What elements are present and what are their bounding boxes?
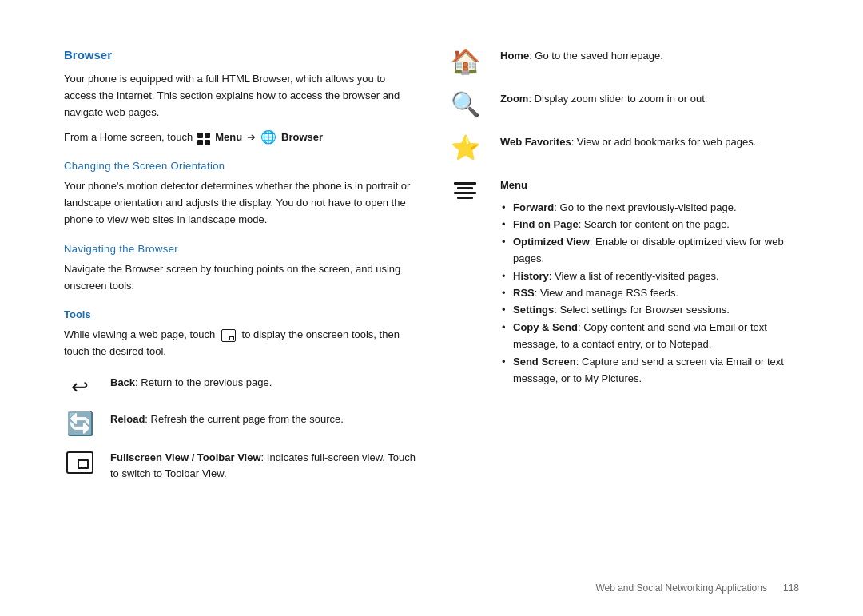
reload-icon: 🔄: [64, 413, 96, 435]
bullet-item: Settings: Select settings for Browser se…: [500, 301, 799, 318]
menu-label: Menu: [500, 177, 799, 194]
bullet-item: History: View a list of recently-visited…: [500, 268, 799, 284]
back-text: Back: Return to the previous page.: [110, 375, 272, 391]
webfav-text: Web Favorites: View or add bookmarks for…: [500, 134, 756, 151]
zoom-text: Zoom: Display zoom slider to zoom in or …: [500, 91, 707, 108]
right-column: 🏠 Home: Go to the saved homepage. 🔍 Zoom…: [447, 48, 799, 482]
bullet-item: RSS: View and manage RSS feeds.: [500, 284, 799, 301]
back-tool-row: ↩ Back: Return to the previous page.: [64, 375, 416, 397]
sub2-title: Navigating the Browser: [64, 243, 416, 255]
section-title: Browser: [64, 48, 416, 62]
reload-tool-row: 🔄 Reload: Refresh the current page from …: [64, 411, 416, 435]
bullet-item: Send Screen: Capture and send a screen v…: [500, 353, 799, 387]
bullet-item: Find on Page: Search for content on the …: [500, 216, 799, 232]
from-home-line: From a Home screen, touch Menu ➔ 🌐 Brows…: [64, 129, 416, 145]
sub2-text: Navigate the Browser screen by touching …: [64, 261, 416, 295]
zoom-icon: 🔍: [447, 93, 483, 117]
menu-text: Menu: [215, 131, 242, 143]
sub1-title: Changing the Screen Orientation: [64, 160, 416, 172]
arrow-icon: ➔: [247, 131, 256, 143]
globe-icon: 🌐: [260, 129, 276, 145]
grid-menu-icon: [197, 129, 210, 145]
intro-text: Your phone is equipped with a full HTML …: [64, 71, 416, 121]
menu-content: Menu Forward: Go to the next previously-…: [500, 177, 799, 387]
sub1-text: Your phone's motion detector determines …: [64, 178, 416, 228]
footer-page: 118: [783, 582, 799, 594]
fullscreen-tool-row: Fullscreen View / Toolbar View: Indicate…: [64, 450, 416, 482]
menu-bullets: Forward: Go to the next previously-visit…: [500, 199, 799, 387]
menu-list-icon: [447, 179, 483, 199]
menu-item: Menu Forward: Go to the next previously-…: [447, 177, 799, 387]
reload-text: Reload: Refresh the current page from th…: [110, 411, 344, 427]
zoom-item: 🔍 Zoom: Display zoom slider to zoom in o…: [447, 91, 799, 117]
fullscreen-text: Fullscreen View / Toolbar View: Indicate…: [110, 450, 416, 482]
home-item: 🏠 Home: Go to the saved homepage.: [447, 48, 799, 74]
tools-intro: While viewing a web page, touch to displ…: [64, 327, 416, 360]
footer-left: Web and Social Networking Applications: [595, 582, 767, 594]
webfav-item: ⭐ Web Favorites: View or add bookmarks f…: [447, 134, 799, 160]
back-icon: ↩: [64, 376, 96, 397]
favorites-icon: ⭐: [447, 136, 483, 160]
bullet-item: Optimized View: Enable or disable optimi…: [500, 233, 799, 268]
from-home-text: From a Home screen, touch: [64, 131, 193, 143]
left-column: Browser Your phone is equipped with a fu…: [64, 48, 416, 482]
browser-label: Browser: [281, 131, 323, 143]
home-text: Home: Go to the saved homepage.: [500, 48, 663, 65]
fullscreen-icon: [64, 451, 96, 477]
home-icon: 🏠: [447, 50, 483, 74]
tools-title: Tools: [64, 308, 416, 320]
bullet-item: Copy & Send: Copy content and send via E…: [500, 319, 799, 353]
footer: Web and Social Networking Applications 1…: [595, 582, 799, 594]
bullet-item: Forward: Go to the next previously-visit…: [500, 199, 799, 216]
